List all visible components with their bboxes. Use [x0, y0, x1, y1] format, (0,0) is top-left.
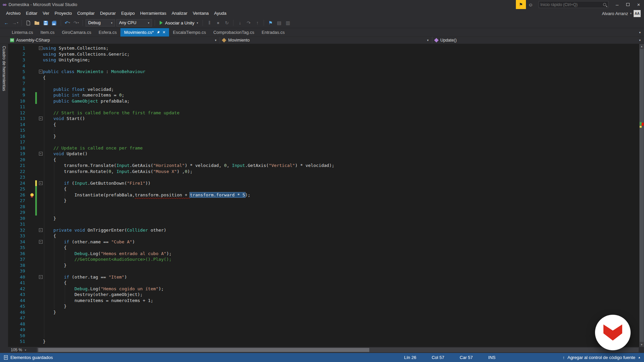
glyph-margin[interactable]: [29, 216, 35, 222]
code-line-35[interactable]: 35 {: [8, 245, 639, 251]
code-line-38[interactable]: 38 }: [8, 262, 639, 268]
glyph-margin[interactable]: [29, 274, 35, 280]
code-line-7[interactable]: 7: [8, 80, 639, 86]
code-line-10[interactable]: 10 public GameObject prefabBala;: [8, 98, 639, 104]
menu-item-ayuda[interactable]: Ayuda: [211, 9, 229, 18]
code-line-24[interactable]: 24− if (Input.GetButtonDown("Fire1")): [8, 180, 639, 186]
glyph-margin[interactable]: [29, 151, 35, 157]
glyph-margin[interactable]: [29, 339, 35, 345]
navigate-forward-button[interactable]: →▾: [11, 19, 19, 27]
avatar[interactable]: AA: [634, 10, 641, 17]
glyph-margin[interactable]: [29, 86, 35, 93]
code-line-49[interactable]: 49: [8, 327, 639, 333]
glyph-margin[interactable]: [29, 116, 35, 122]
fold-collapse-icon[interactable]: −: [38, 274, 43, 280]
toolbox-side-tab[interactable]: Cuadro de herramientas: [0, 44, 8, 353]
code-line-3[interactable]: 3using UnityEngine;: [8, 57, 639, 63]
tab-linterna-cs[interactable]: Linterna.cs: [8, 28, 37, 37]
glyph-margin[interactable]: [29, 286, 35, 292]
tab-escalatiempo-cs[interactable]: EscalaTiempo.cs: [169, 28, 210, 37]
code-line-29[interactable]: 29: [8, 209, 639, 216]
code-line-34[interactable]: 34− if (other.name == "Cube A"): [8, 239, 639, 245]
tab-movimiento-cs[interactable]: Movimiento.cs*✕: [120, 28, 169, 37]
glyph-margin[interactable]: [29, 139, 35, 145]
fold-collapse-icon[interactable]: −: [38, 227, 43, 233]
menu-item-equipo[interactable]: Equipo: [118, 9, 137, 18]
glyph-margin[interactable]: [29, 233, 35, 239]
menu-item-archivo[interactable]: Archivo: [3, 9, 23, 18]
quick-launch-search[interactable]: [539, 1, 608, 8]
save-button[interactable]: [42, 19, 49, 27]
menu-item-analizar[interactable]: Analizar: [169, 9, 190, 18]
glyph-margin[interactable]: [29, 180, 35, 186]
code-line-18[interactable]: 18 // Update is called once per frame: [8, 145, 639, 151]
code-line-11[interactable]: 11: [8, 104, 639, 110]
code-line-28[interactable]: 28: [8, 204, 639, 210]
tab-overflow-chevron[interactable]: ▾: [636, 28, 644, 37]
glyph-margin[interactable]: [29, 110, 35, 116]
solution-configuration-dropdown[interactable]: Debug ▾: [86, 19, 115, 26]
glyph-margin[interactable]: [29, 186, 35, 192]
glyph-margin[interactable]: [29, 169, 35, 175]
glyph-margin[interactable]: [29, 80, 35, 86]
source-control-button[interactable]: ↑ Agregar al control de código fuente ▲: [562, 355, 641, 360]
fold-collapse-icon[interactable]: −: [38, 116, 43, 122]
code-line-6[interactable]: 6{: [8, 75, 639, 81]
horizontal-scrollbar-thumb[interactable]: [38, 348, 369, 352]
search-icon[interactable]: [603, 3, 606, 6]
code-line-1[interactable]: 1−using System.Collections;: [8, 45, 639, 51]
step-into-button[interactable]: ↓: [236, 19, 244, 27]
member-dropdown[interactable]: Update() ▾: [432, 37, 644, 44]
glyph-margin[interactable]: [29, 75, 35, 81]
glyph-margin[interactable]: [29, 63, 35, 69]
menu-item-compilar[interactable]: Compilar: [74, 9, 97, 18]
scroll-down-arrow[interactable]: ▼: [639, 342, 644, 347]
notifications-flag-button[interactable]: ⚑: [516, 0, 526, 9]
glyph-margin[interactable]: [29, 51, 35, 57]
menu-item-depurar[interactable]: Depurar: [97, 9, 118, 18]
code-line-39[interactable]: 39: [8, 268, 639, 274]
code-line-19[interactable]: 19− void Update(): [8, 151, 639, 157]
code-line-27[interactable]: 27 }: [8, 198, 639, 204]
code-line-31[interactable]: 31: [8, 221, 639, 227]
zoom-dropdown[interactable]: 105 % ▾: [8, 348, 37, 352]
code-line-45[interactable]: 45 }: [8, 303, 639, 309]
code-line-13[interactable]: 13− void Start(): [8, 116, 639, 122]
code-line-30[interactable]: 30 }: [8, 216, 639, 222]
menu-item-ver[interactable]: Ver: [40, 9, 52, 18]
glyph-margin[interactable]: [29, 245, 35, 251]
code-line-40[interactable]: 40− if (other.tag == "Item"): [8, 274, 639, 280]
glyph-margin[interactable]: [29, 209, 35, 216]
fold-collapse-icon[interactable]: −: [38, 45, 43, 51]
code-line-5[interactable]: 5−public class Movimiento : MonoBehaviou…: [8, 69, 639, 75]
glyph-margin[interactable]: [29, 92, 35, 98]
attach-to-unity-button[interactable]: Asociar a Unity ▾: [158, 19, 200, 27]
code-line-43[interactable]: 43 Destroy(other.gameObject);: [8, 292, 639, 298]
glyph-margin[interactable]: [29, 256, 35, 262]
scroll-up-arrow[interactable]: ▲: [639, 44, 644, 49]
maximize-button[interactable]: [623, 0, 633, 9]
glyph-margin[interactable]: [29, 321, 35, 327]
uncomment-button[interactable]: ▥: [284, 19, 291, 27]
undo-button[interactable]: ↶▾: [64, 19, 71, 27]
quick-action-lightbulb-icon[interactable]: [29, 192, 35, 198]
glyph-margin[interactable]: [29, 221, 35, 227]
type-dropdown[interactable]: Movimiento ▾: [220, 37, 432, 44]
pin-tab-icon[interactable]: [156, 31, 160, 34]
tab-comprobaciontag-cs[interactable]: ComprobacionTag.cs: [210, 28, 258, 37]
code-line-4[interactable]: 4: [8, 63, 639, 69]
glyph-margin[interactable]: [29, 239, 35, 245]
close-tab-icon[interactable]: ✕: [162, 30, 165, 35]
glyph-margin[interactable]: [29, 309, 35, 315]
glyph-margin[interactable]: [29, 104, 35, 110]
fold-collapse-icon[interactable]: −: [38, 69, 43, 75]
glyph-margin[interactable]: [29, 122, 35, 128]
project-dropdown[interactable]: C# Assembly-CSharp ▾: [8, 37, 220, 44]
code-editor[interactable]: 1−using System.Collections;2using System…: [8, 44, 639, 347]
code-line-50[interactable]: 50: [8, 333, 639, 339]
glyph-margin[interactable]: [29, 268, 35, 274]
comment-button[interactable]: ▤: [275, 19, 283, 27]
glyph-margin[interactable]: [29, 69, 35, 75]
code-line-47[interactable]: 47: [8, 315, 639, 321]
tab-girocamara-cs[interactable]: GiroCamara.cs: [58, 28, 95, 37]
